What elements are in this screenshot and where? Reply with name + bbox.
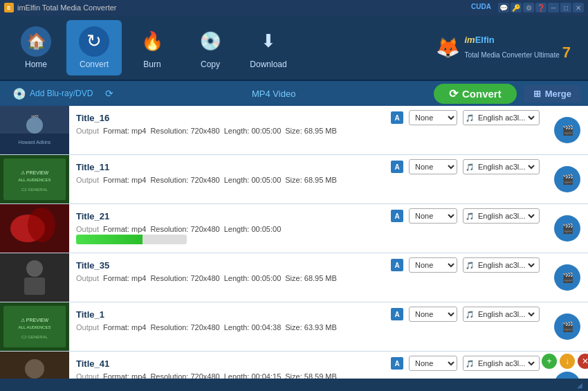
edit-film-btn-title_16[interactable]: 🎬 [554, 117, 580, 143]
audio-select-title_11[interactable]: English ac3l... English ac3 [475, 162, 537, 172]
minimize-btn[interactable]: ─ [548, 3, 559, 12]
subtitle-select-title_35[interactable]: None English [409, 257, 457, 273]
convert-main-label: Convert [462, 88, 502, 100]
video-item-title_11: ⚠ PREVIEWALL AUDIENCESC2 GENERAL Title_1… [0, 155, 588, 204]
title-row-title_11: Title_11 A None English 🎵 English ac3l..… [76, 159, 540, 174]
settings-icon-btn[interactable]: ⚙ [523, 3, 534, 12]
edit-film-btn-title_1[interactable]: 🎬 [554, 313, 580, 340]
merge-btn[interactable]: ⊞ Merge [524, 85, 581, 102]
subtitle-badge-title_21: A [391, 210, 403, 222]
format-label-title_1: Format: mp4 [103, 323, 146, 331]
subtitle-select-title_16[interactable]: None English [409, 110, 457, 125]
subtitle-badge-title_11: A [391, 161, 403, 173]
video-action-title_11: 🎬 [546, 155, 588, 203]
video-thumb-title_1: ⚠ PREVIEWALL AUDIENCESC2 GENERAL [0, 302, 69, 351]
key-icon-btn[interactable]: 🔑 [511, 3, 522, 12]
subtitle-badge-title_16: A [391, 111, 403, 124]
cuda-badge: CUDA [466, 3, 497, 12]
resolution-label-title_11: Resolution: 720x480 [150, 176, 219, 184]
edit-film-btn-title_21[interactable]: 🎬 [554, 215, 580, 242]
video-title-title_21: Title_21 [76, 211, 385, 221]
audio-wrapper-title_11: 🎵 English ac3l... English ac3 [463, 159, 540, 174]
video-title-title_41: Title_41 [76, 358, 385, 369]
svg-text:C2 GENERAL: C2 GENERAL [21, 188, 48, 192]
subtitle-select-title_21[interactable]: None English [409, 208, 457, 224]
nav-copy-label: Copy [201, 60, 220, 69]
format-label-title_21: Format: mp4 [103, 225, 146, 233]
svg-point-12 [28, 208, 55, 242]
subtitle-badge-title_41: A [391, 357, 403, 370]
svg-rect-15 [24, 278, 45, 295]
resolution-label-title_41: Resolution: 720x480 [150, 372, 219, 379]
audio-select-title_35[interactable]: English ac3l... English ac3 [475, 260, 537, 270]
app-title: imElfin Total Media Converter [17, 3, 116, 12]
video-thumb-title_35 [0, 253, 69, 302]
audio-wrapper-title_41: 🎵 English ac3l... English ac3 [463, 356, 540, 371]
output-row-title_41: Output Format: mp4 Resolution: 720x480 L… [76, 372, 540, 379]
svg-text:⚠ PREVIEW: ⚠ PREVIEW [21, 170, 49, 175]
logo-elfin: Elfin [475, 35, 495, 45]
nav-convert-label: Convert [80, 60, 109, 69]
resolution-label-title_1: Resolution: 720x480 [150, 323, 219, 331]
audio-select-title_16[interactable]: English ac3l... English ac3 [475, 113, 537, 122]
svg-text:⚠ PREVIEW: ⚠ PREVIEW [21, 318, 49, 322]
subtitle-select-title_41[interactable]: None English [409, 356, 457, 371]
resolution-label-title_35: Resolution: 720x480 [150, 274, 219, 282]
convert-icon-btn: ⟳ [449, 87, 458, 100]
maximize-btn[interactable]: □ [560, 3, 571, 12]
title-bar: E imElfin Total Media Converter CUDA 💬 🔑… [0, 0, 588, 15]
title-row-title_1: Title_1 A None English 🎵 English ac3l...… [76, 307, 540, 322]
copy-icon: 💿 [195, 26, 226, 57]
help-icon-btn[interactable]: ❓ [535, 3, 546, 12]
progress-bar-title_21 [76, 235, 143, 244]
subtitle-select-title_1[interactable]: None English [409, 307, 457, 322]
format-label: MP4 Video [120, 89, 427, 99]
subtitle-badge-title_35: A [391, 259, 403, 271]
output-label-title_16: Output [76, 127, 99, 135]
logo-version: 7 [562, 45, 571, 60]
logo-area: 🦊 imElfin Total Media Converter Ultimate… [425, 35, 581, 60]
video-title-title_16: Title_16 [76, 113, 385, 123]
audio-wrapper-title_1: 🎵 English ac3l... English ac3 [463, 307, 540, 322]
add-circle-btn[interactable]: + [542, 354, 557, 369]
bubble-icon-btn[interactable]: 💬 [498, 3, 509, 12]
size-label-title_11: Size: 68.95 MB [285, 176, 337, 184]
audio-select-title_41[interactable]: English ac3l... English ac3 [475, 358, 537, 368]
window-controls: CUDA 💬 🔑 ⚙ ❓ ─ □ ✕ [466, 3, 584, 12]
edit-film-btn-title_11[interactable]: 🎬 [554, 166, 580, 192]
edit-film-btn-title_41[interactable]: 🎬 [554, 372, 580, 379]
nav-convert-btn[interactable]: ↻ Convert [66, 20, 122, 75]
audio-icon-title_35: 🎵 [466, 262, 474, 269]
video-thumb-title_16: 🎬Howard Adkins [0, 106, 69, 154]
video-info-title_41: Title_41 A None English 🎵 English ac3l..… [69, 352, 546, 379]
format-label-title_16: Format: mp4 [103, 127, 146, 135]
progress-row-title_21 [76, 235, 540, 244]
move-circle-btn[interactable]: ↓ [560, 354, 575, 369]
video-info-title_21: Title_21 A None English 🎵 English ac3l..… [69, 204, 546, 253]
nav-burn-btn[interactable]: 🔥 Burn [125, 20, 180, 75]
audio-wrapper-title_21: 🎵 English ac3l... English ac3 [463, 208, 540, 224]
nav-home-btn[interactable]: 🏠 Home [8, 20, 64, 75]
format-label-title_11: Format: mp4 [103, 176, 146, 184]
output-label-title_35: Output [76, 274, 99, 282]
audio-select-title_1[interactable]: English ac3l... English ac3 [475, 309, 537, 319]
logo-top: 🦊 imElfin Total Media Converter Ultimate… [436, 35, 571, 60]
nav-download-btn[interactable]: ⬇ Download [241, 20, 296, 75]
size-label-title_41: Size: 58.59 MB [285, 372, 337, 379]
convert-main-btn[interactable]: ⟳ Convert [434, 84, 517, 104]
add-bluray-btn[interactable]: 💿 Add Blu-ray/DVD [7, 84, 98, 103]
subtitle-select-title_11[interactable]: None English [409, 159, 457, 174]
video-item-title_21: Title_21 A None English 🎵 English ac3l..… [0, 204, 588, 253]
size-label-title_16: Size: 68.95 MB [285, 127, 337, 135]
edit-film-btn-title_35[interactable]: 🎬 [554, 264, 580, 291]
remove-circle-btn[interactable]: ✕ [578, 354, 588, 369]
progress-bar-container-title_21 [76, 235, 187, 244]
nav-home-label: Home [25, 60, 47, 69]
svg-point-3 [26, 117, 43, 134]
output-row-title_21: Output Format: mp4 Resolution: 720x480 L… [76, 225, 540, 233]
title-row-title_35: Title_35 A None English 🎵 English ac3l..… [76, 257, 540, 273]
close-btn[interactable]: ✕ [573, 3, 584, 12]
audio-select-title_21[interactable]: English ac3l... English ac3 [475, 211, 537, 221]
nav-copy-btn[interactable]: 💿 Copy [183, 20, 238, 75]
resolution-label-title_16: Resolution: 720x480 [150, 127, 219, 135]
